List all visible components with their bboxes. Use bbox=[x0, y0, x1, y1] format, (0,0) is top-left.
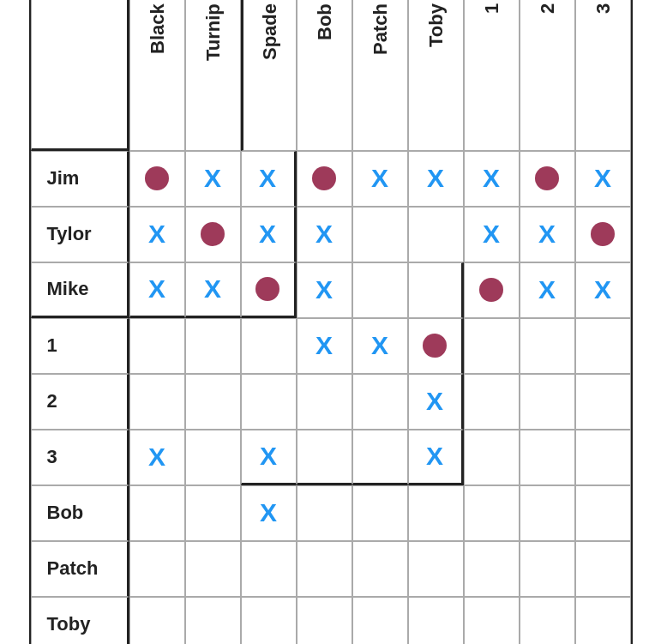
cell-r1-c0: Jim bbox=[31, 151, 129, 207]
x-mark: X bbox=[371, 164, 388, 193]
cell-r3-c6 bbox=[408, 262, 464, 318]
col-header-Spade: Spade bbox=[258, 3, 280, 60]
cell-r3-c7 bbox=[464, 262, 520, 318]
row-header-Patch: Patch bbox=[47, 557, 99, 580]
cell-r7-c6 bbox=[408, 485, 464, 541]
cell-r1-c5: X bbox=[352, 151, 408, 207]
cell-r5-c7 bbox=[464, 374, 520, 430]
cell-r3-c8: X bbox=[520, 262, 575, 318]
cell-r9-c6 bbox=[408, 597, 464, 645]
cell-r3-c1: X bbox=[129, 262, 185, 318]
cell-r4-c1 bbox=[129, 318, 185, 374]
row-header-1: 1 bbox=[47, 334, 57, 357]
x-mark: X bbox=[538, 275, 556, 304]
cell-r5-c1 bbox=[129, 374, 185, 430]
x-mark: X bbox=[427, 164, 444, 193]
cell-r8-c5 bbox=[352, 541, 408, 597]
cell-r1-c2: X bbox=[185, 151, 241, 207]
dot-mark bbox=[479, 278, 503, 302]
cell-r8-c4 bbox=[297, 541, 352, 597]
col-header-3: 3 bbox=[592, 3, 614, 14]
cell-r4-c8 bbox=[520, 318, 575, 374]
cell-r5-c0: 2 bbox=[31, 374, 129, 430]
row-header-Jim: Jim bbox=[47, 167, 80, 190]
x-mark: X bbox=[259, 164, 276, 193]
cell-r9-c2 bbox=[185, 597, 241, 645]
cell-r4-c5: X bbox=[352, 318, 408, 374]
cell-r4-c0: 1 bbox=[31, 318, 129, 374]
x-mark: X bbox=[148, 220, 165, 249]
cell-r9-c4 bbox=[297, 597, 352, 645]
cell-r2-c0: Tylor bbox=[31, 207, 129, 262]
x-mark: X bbox=[315, 220, 333, 249]
cell-r7-c7 bbox=[464, 485, 520, 541]
col-header-Toby: Toby bbox=[424, 3, 447, 47]
cell-r9-c0: Toby bbox=[31, 597, 129, 645]
cell-r1-c7: X bbox=[464, 151, 520, 207]
x-mark: X bbox=[483, 220, 500, 249]
cell-r1-c8 bbox=[520, 151, 575, 207]
cell-r5-c2 bbox=[185, 374, 241, 430]
cell-r4-c3 bbox=[241, 318, 297, 374]
cell-r8-c9 bbox=[575, 541, 631, 597]
cell-r9-c8 bbox=[520, 597, 575, 645]
cell-r4-c4: X bbox=[297, 318, 352, 374]
cell-r4-c6 bbox=[408, 318, 464, 374]
cell-r8-c7 bbox=[464, 541, 520, 597]
cell-r0-c2: Turnip bbox=[185, 0, 241, 151]
cell-r5-c9 bbox=[575, 374, 631, 430]
cell-r2-c3: X bbox=[241, 207, 297, 262]
row-header-Tylor: Tylor bbox=[47, 223, 92, 245]
cell-r0-c3: Spade bbox=[241, 0, 297, 151]
cell-r1-c6: X bbox=[408, 151, 464, 207]
x-mark: X bbox=[260, 498, 277, 527]
cell-r3-c0: Mike bbox=[31, 262, 129, 318]
x-mark: X bbox=[426, 442, 443, 471]
x-mark: X bbox=[315, 331, 333, 360]
cell-r2-c1: X bbox=[129, 207, 185, 262]
x-mark: X bbox=[538, 220, 556, 249]
x-mark: X bbox=[260, 442, 277, 471]
cell-r7-c1 bbox=[129, 485, 185, 541]
cell-r2-c7: X bbox=[464, 207, 520, 262]
cell-r4-c7 bbox=[464, 318, 520, 374]
cell-r0-c1: Black bbox=[129, 0, 185, 151]
row-header-3: 3 bbox=[47, 446, 57, 468]
x-mark: X bbox=[426, 387, 443, 416]
cell-r0-c8: 2 bbox=[520, 0, 575, 151]
cell-r7-c4 bbox=[297, 485, 352, 541]
cell-r3-c3 bbox=[241, 262, 297, 318]
cell-r5-c5 bbox=[352, 374, 408, 430]
cell-r6-c0: 3 bbox=[31, 430, 129, 485]
cell-r0-c6: Toby bbox=[408, 0, 464, 151]
cell-r0-c7: 1 bbox=[464, 0, 520, 151]
x-mark: X bbox=[371, 331, 388, 360]
cell-r9-c1 bbox=[129, 597, 185, 645]
col-header-1: 1 bbox=[480, 3, 502, 14]
cell-r6-c2 bbox=[185, 430, 241, 485]
cell-r0-c0 bbox=[31, 0, 129, 151]
cell-r2-c9 bbox=[575, 207, 631, 262]
cell-r6-c1: X bbox=[129, 430, 185, 485]
cell-r7-c3: X bbox=[241, 485, 297, 541]
cell-r6-c7 bbox=[464, 430, 520, 485]
cell-r2-c6 bbox=[408, 207, 464, 262]
cell-r2-c2 bbox=[185, 207, 241, 262]
cell-r0-c5: Patch bbox=[352, 0, 408, 151]
cell-r9-c5 bbox=[352, 597, 408, 645]
cell-r5-c4 bbox=[297, 374, 352, 430]
cell-r3-c9: X bbox=[575, 262, 631, 318]
cell-r6-c8 bbox=[520, 430, 575, 485]
cell-r9-c7 bbox=[464, 597, 520, 645]
col-header-2: 2 bbox=[536, 3, 558, 14]
cell-r8-c1 bbox=[129, 541, 185, 597]
cell-r1-c9: X bbox=[575, 151, 631, 207]
col-header-Turnip: Turnip bbox=[201, 3, 224, 61]
cell-r4-c9 bbox=[575, 318, 631, 374]
row-header-Bob: Bob bbox=[47, 502, 84, 524]
dot-mark bbox=[255, 277, 279, 301]
cell-r8-c8 bbox=[520, 541, 575, 597]
cell-r4-c2 bbox=[185, 318, 241, 374]
cell-r7-c8 bbox=[520, 485, 575, 541]
x-mark: X bbox=[483, 164, 500, 193]
